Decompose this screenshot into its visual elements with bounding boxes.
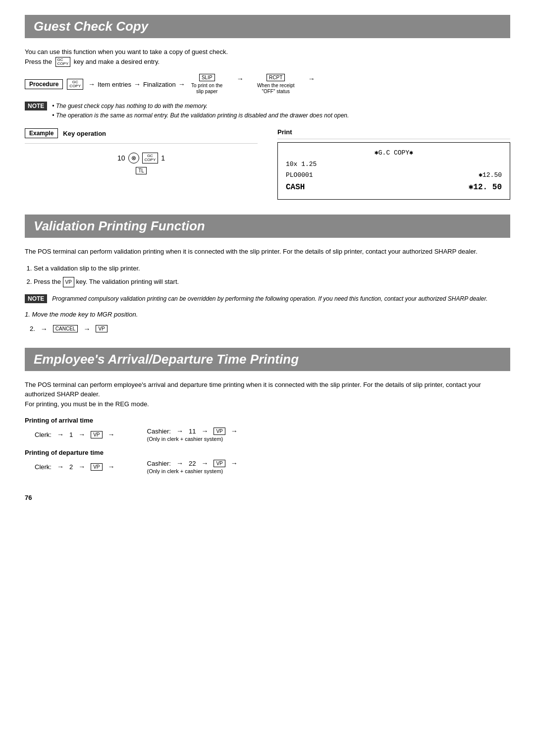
- dep2: →: [78, 463, 85, 471]
- validation-steps: Set a validation slip to the slip printe…: [34, 263, 510, 287]
- cashier-arrival-flow: Cashier: → 11 → VP → (Only in clerk + ca…: [147, 427, 240, 442]
- rcpt-key: RCPT: [267, 74, 285, 81]
- procedure-label: Procedure: [25, 79, 63, 89]
- vp-key-sub2: VP: [96, 325, 107, 332]
- arrow-sub2: →: [41, 325, 48, 333]
- employee-section: Employee's Arrival/Departure Time Printi…: [25, 348, 510, 475]
- key-op-header: Key operation: [63, 130, 106, 137]
- arr1: →: [57, 431, 64, 438]
- item-entries: Item entries: [98, 81, 131, 88]
- vp-key-step: VP: [63, 277, 74, 287]
- arr4: →: [176, 427, 183, 435]
- dep5: →: [201, 459, 208, 467]
- departure-group: Printing of departure time Clerk: → 2 → …: [25, 449, 510, 474]
- intro-line1: You can use this function when you want …: [25, 48, 228, 55]
- sub2-prefix: 2.: [30, 325, 35, 332]
- receipt-box: ✱G.C COPY✱ 10x 1.25 PLO0001 ✱12.50 CASH …: [277, 142, 510, 199]
- clerk-departure-flow: Clerk: → 2 → VP →: [35, 459, 117, 474]
- gc-copy-key-op: GCCOPY: [142, 153, 159, 163]
- employee-intro: The POS terminal can perform employee's …: [25, 380, 510, 409]
- intro-line2: Press the: [25, 58, 52, 65]
- guest-check-title: Guest Check Copy: [25, 15, 510, 38]
- cashier-arrival-num: 11: [189, 428, 196, 435]
- intro-line2b: key and make a desired entry.: [74, 58, 160, 65]
- validation-step1: Set a validation slip to the slip printe…: [34, 263, 510, 274]
- tl-key: TL: [136, 167, 147, 174]
- arrow4: →: [237, 75, 244, 83]
- vp-clerk-arrival: VP: [91, 431, 102, 438]
- receipt-pl: PLO0001: [286, 170, 313, 181]
- guest-check-section: Guest Check Copy You can use this functi…: [25, 15, 510, 200]
- arrow3: →: [178, 80, 185, 88]
- slip-key: SLIP: [199, 74, 215, 81]
- note-line1: • The guest check copy has nothing to do…: [52, 102, 349, 111]
- arrival-header: Printing of arrival time: [25, 417, 510, 424]
- cashier-departure-flow: Cashier: → 22 → VP → (Only in clerk + ca…: [147, 459, 240, 474]
- arr5: →: [201, 427, 208, 435]
- clerk-arrival-num: 1: [69, 431, 73, 438]
- arr2: →: [78, 431, 85, 438]
- receipt-amount: ✱12.50: [479, 170, 502, 181]
- receipt-line1: ✱G.C COPY✱: [286, 148, 502, 159]
- receipt-line3: PLO0001 ✱12.50: [286, 170, 502, 181]
- dep6: →: [231, 459, 238, 467]
- vp-cashier-departure: VP: [214, 460, 225, 467]
- employee-title: Employee's Arrival/Departure Time Printi…: [25, 348, 510, 371]
- arr3: →: [108, 431, 115, 438]
- arrow1: →: [88, 80, 95, 88]
- arrow2: →: [134, 80, 141, 88]
- dep1: →: [57, 463, 64, 471]
- dep3: →: [108, 463, 115, 471]
- receipt-total: ✱12. 50: [469, 181, 502, 194]
- example-left: Example Key operation 10 ⊗ GCCOPY 1 TL: [25, 128, 258, 199]
- example-section: Example Key operation 10 ⊗ GCCOPY 1 TL P…: [25, 128, 510, 199]
- note-label: NOTE: [25, 102, 47, 110]
- arrival-group: Printing of arrival time Clerk: → 1 → VP…: [25, 417, 510, 442]
- print-header: Print: [277, 128, 510, 136]
- ten-value: 10: [117, 154, 125, 162]
- validation-note-text: Programmed compulsory validation printin…: [52, 294, 487, 304]
- cashier-departure-note: (Only in clerk + cashier system): [147, 468, 240, 474]
- receipt-line4: CASH ✱12. 50: [286, 181, 502, 194]
- rcpt-note: When the receipt "OFF" status: [256, 83, 296, 95]
- cashier-arrival-note: (Only in clerk + cashier system): [147, 436, 240, 442]
- procedure-row: Procedure GCCOPY → Item entries → Finali…: [25, 74, 510, 95]
- key-op-area: 10 ⊗ GCCOPY 1 TL: [25, 148, 258, 174]
- finalization: Finalization: [143, 81, 176, 88]
- gc-copy-key-inline: GCCOPY: [55, 57, 71, 67]
- example-label: Example: [25, 128, 58, 138]
- validation-step2: Press the VP key. The validation printin…: [34, 276, 510, 287]
- multiply-key: ⊗: [128, 153, 139, 163]
- guest-check-note: NOTE • The guest check copy has nothing …: [25, 102, 510, 120]
- clerk-label-dep: Clerk:: [35, 463, 52, 471]
- arrow5: →: [308, 75, 315, 83]
- example-header: Example Key operation: [25, 128, 258, 138]
- cashier-label: Cashier:: [147, 428, 171, 435]
- arrow-sub2b: →: [83, 325, 90, 333]
- departure-header: Printing of departure time: [25, 449, 510, 456]
- note-content: • The guest check copy has nothing to do…: [52, 102, 349, 120]
- validation-title: Validation Printing Function: [25, 215, 510, 238]
- validation-note: NOTE Programmed compulsory validation pr…: [25, 294, 510, 304]
- receipt-line2: 10x 1.25: [286, 159, 502, 170]
- gc-copy-key: GCCOPY: [67, 79, 83, 90]
- validation-intro: The POS terminal can perform validation …: [25, 247, 510, 257]
- page-number: 76: [25, 494, 510, 501]
- validation-note-label: NOTE: [25, 294, 47, 303]
- slip-note: To print on the slip paper: [190, 83, 224, 95]
- validation-sub2-flow: 2. → CANCEL → VP: [30, 325, 510, 333]
- clerk-label: Clerk:: [35, 431, 52, 438]
- validation-section: Validation Printing Function The POS ter…: [25, 215, 510, 333]
- vp-clerk-departure: VP: [91, 463, 102, 471]
- one-value: 1: [161, 154, 165, 162]
- example-right: Print ✱G.C COPY✱ 10x 1.25 PLO0001 ✱12.50…: [277, 128, 510, 199]
- cashier-label-dep: Cashier:: [147, 460, 171, 467]
- guest-check-intro: You can use this function when you want …: [25, 47, 510, 67]
- clerk-departure-num: 2: [69, 463, 73, 471]
- cancel-key: CANCEL: [53, 325, 78, 332]
- receipt-cash: CASH: [286, 181, 305, 194]
- vp-cashier-arrival: VP: [214, 428, 225, 435]
- note-line2: • The operation is the same as normal en…: [52, 111, 349, 120]
- validation-sub1: 1. Move the mode key to MGR position.: [25, 311, 510, 318]
- dep4: →: [176, 459, 183, 467]
